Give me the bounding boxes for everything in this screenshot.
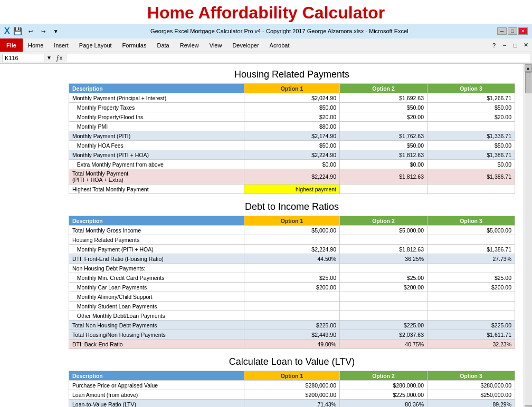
dti-row-5-opt2: $25.00 [340, 273, 428, 283]
excel-titlebar: X 💾 ↩ ↪ ▼ Georges Excel Mortgage Calcula… [0, 24, 532, 38]
housing-row-2-desc: Monthly Property/Flood Ins. [69, 112, 244, 122]
title-bar: Home Affordability Calculator [0, 0, 532, 24]
housing-header-opt1: Option 1 [244, 84, 339, 93]
save-button[interactable]: 💾 [12, 26, 24, 36]
housing-row-7-opt1: $0.00 [244, 160, 339, 169]
name-box[interactable] [2, 54, 44, 62]
dti-row-7-opt1 [244, 292, 339, 302]
menu-formulas[interactable]: Formulas [117, 38, 152, 52]
dti-section-title: Debt to Income Ratios [69, 198, 515, 216]
customize-button[interactable]: ▼ [50, 26, 62, 36]
dti-row-8-opt1 [244, 302, 339, 311]
ltv-labels [0, 353, 69, 407]
dti-row-3-opt1: 44.50% [244, 254, 339, 264]
housing-row-9-desc: Highest Total Monthly Payment [69, 185, 244, 194]
dti-header-opt2: Option 2 [340, 216, 428, 226]
housing-table-wrapper: Housing Related Payments Description Opt… [69, 66, 515, 194]
housing-row-8-opt2: $1,812.63 [340, 169, 428, 185]
dti-header-opt1: Option 1 [244, 216, 339, 226]
dti-row-10-opt3: $225.00 [427, 321, 515, 330]
housing-row-2-opt2: $20.00 [340, 112, 428, 122]
dti-row-10-opt1: $225.00 [244, 321, 339, 330]
dti-row-2-opt1: $2,224.90 [244, 245, 339, 254]
undo-button[interactable]: ↩ [25, 26, 36, 36]
housing-row-6-opt3: $1,386.71 [427, 150, 515, 160]
menu-acrobat[interactable]: Acrobat [264, 38, 295, 52]
housing-row-0-opt2: $1,692.63 [340, 93, 428, 103]
housing-row-3-opt2 [340, 122, 428, 131]
housing-row-1-desc: Monthly Property Taxes [69, 103, 244, 112]
formula-input[interactable] [67, 54, 530, 62]
dti-row-2-opt2: $1,812.63 [340, 245, 428, 254]
ltv-row-2-opt1: 71.43% [244, 400, 339, 408]
minimize-button[interactable]: ─ [497, 27, 507, 35]
dti-labels [0, 198, 69, 349]
menu-data[interactable]: Data [151, 38, 174, 52]
dti-row-10-desc: Total Non Housing Debt Payments [69, 321, 244, 330]
close-icon[interactable]: ✕ [521, 41, 530, 50]
dti-row-0-opt1: $5,000.00 [244, 226, 339, 235]
scroll-thumb[interactable] [525, 72, 531, 93]
close-button[interactable]: ✕ [518, 27, 528, 35]
dti-row-7-opt2 [340, 292, 428, 302]
dti-row-6-opt1: $200.00 [244, 283, 339, 292]
menu-insert[interactable]: Insert [49, 38, 74, 52]
dti-row-5-opt3: $25.00 [427, 273, 515, 283]
dti-row-9-opt3 [427, 311, 515, 321]
dti-row-1-opt3 [427, 235, 515, 245]
spreadsheet-area[interactable]: Housing Related Payments Description Opt… [0, 64, 524, 407]
dti-row-11-opt3: $1,611.71 [427, 330, 515, 340]
housing-header-desc: Description [69, 84, 244, 93]
table-row: DTI: Back-End Ratio 49.00% 40.75% 32.23% [69, 340, 515, 349]
dti-row-5-opt1: $25.00 [244, 273, 339, 283]
ltv-row-2-opt2: 80.36% [340, 400, 428, 408]
table-row: Total Monthly Gross Income $5,000.00 $5,… [69, 226, 515, 235]
scroll-track [525, 72, 532, 405]
dti-row-4-desc: Non Housing Debt Payments: [69, 264, 244, 273]
expand-icon: ▼ [46, 55, 52, 61]
restore-button[interactable]: □ [508, 27, 517, 35]
dti-row-9-opt2 [340, 311, 428, 321]
dti-row-2-opt3: $1,386.71 [427, 245, 515, 254]
menu-view[interactable]: View [204, 38, 227, 52]
restore-icon[interactable]: □ [511, 41, 519, 50]
menu-file[interactable]: File [0, 38, 23, 52]
dti-row-8-opt2 [340, 302, 428, 311]
dti-row-11-opt1: $2,449.90 [244, 330, 339, 340]
table-row: Housing Related Payments [69, 235, 515, 245]
housing-row-8-opt1: $2,224.90 [244, 169, 339, 185]
housing-row-7-opt3: $0.00 [427, 160, 515, 169]
housing-row-5-opt3: $50.00 [427, 141, 515, 150]
table-row: Monthly Min. Credit Card Payments $25.00… [69, 273, 515, 283]
menu-review[interactable]: Review [175, 38, 204, 52]
table-row: Monthly Property/Flood Ins. $20.00 $20.0… [69, 112, 515, 122]
housing-row-3-desc: Monthly PMI [69, 122, 244, 131]
table-row: Loan Amount (from above) $200,000.00 $22… [69, 390, 515, 400]
table-row: Monthly Car Loan Payments $200.00 $200.0… [69, 283, 515, 292]
redo-button[interactable]: ↪ [37, 26, 49, 36]
table-row: Monthly Property Taxes $50.00 $50.00 $50… [69, 103, 515, 112]
dti-row-6-opt3: $200.00 [427, 283, 515, 292]
housing-row-4-opt1: $2,174.90 [244, 131, 339, 141]
menu-home[interactable]: Home [23, 38, 49, 52]
ltv-row-0-desc: Purchase Price or Appraised Value [69, 381, 244, 390]
help-icon[interactable]: ? [490, 41, 498, 50]
housing-row-5-desc: Monthly HOA Fees [69, 141, 244, 150]
function-icon: ƒx [54, 54, 65, 62]
dti-row-4-opt1 [244, 264, 339, 273]
menu-page-layout[interactable]: Page Layout [74, 38, 117, 52]
menu-developer[interactable]: Developer [227, 38, 264, 52]
dti-row-0-desc: Total Monthly Gross Income [69, 226, 244, 235]
dti-section: Debt to Income Ratios Description Option… [0, 198, 524, 349]
table-row: Total Non Housing Debt Payments $225.00 … [69, 321, 515, 330]
dti-row-7-desc: Monthly Alimony/Child Support [69, 292, 244, 302]
dti-row-6-opt2: $200.00 [340, 283, 428, 292]
minimize-icon[interactable]: − [500, 41, 509, 50]
housing-row-1-opt3: $50.00 [427, 103, 515, 112]
housing-row-1-opt1: $50.00 [244, 103, 339, 112]
scroll-up-button[interactable]: ▲ [525, 64, 532, 72]
housing-header-opt2: Option 2 [340, 84, 428, 93]
scrollbar-vertical[interactable]: ▲ ▼ [524, 64, 532, 407]
table-row: Monthly Student Loan Payments [69, 302, 515, 311]
housing-section-title: Housing Related Payments [69, 66, 515, 83]
